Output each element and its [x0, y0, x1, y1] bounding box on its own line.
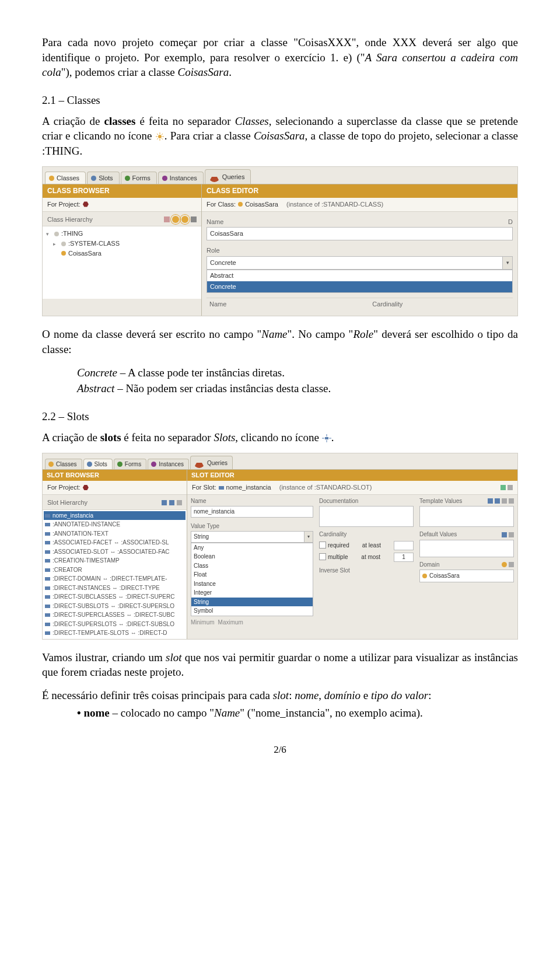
add-icon[interactable] [488, 498, 493, 504]
tab-slots[interactable]: Slots [83, 459, 113, 470]
slot-hierarchy-header: Slot Hierarchy [43, 495, 187, 510]
paragraph-slot-define: É necessário definir três coisas princip… [42, 688, 518, 703]
remove-icon[interactable] [509, 562, 514, 567]
svg-rect-9 [325, 437, 328, 439]
create-slot-icon[interactable] [169, 500, 174, 505]
vt-option[interactable]: Integer [191, 588, 313, 598]
for-class-row: For Class: CoisasSara (instance of :STAN… [202, 198, 517, 212]
tree-item[interactable]: :DIRECT-SUPERCLASSES ↔ :DIRECT-SUBC [44, 610, 186, 620]
tree-item[interactable]: :DIRECT-SUBSLOTS ↔ :DIRECT-SUPERSLO [44, 602, 186, 611]
at-most-input[interactable]: 1 [394, 553, 414, 562]
view-icon[interactable] [162, 500, 167, 505]
minus-icon[interactable] [509, 498, 514, 504]
role-options-list[interactable]: Abstract Concrete [206, 270, 513, 293]
template-values-box[interactable] [419, 506, 514, 527]
default-values-box[interactable] [419, 540, 514, 557]
tree-item-nome-instancia[interactable]: nome_instancia [44, 511, 186, 521]
vt-option[interactable]: Float [191, 570, 313, 579]
forms-icon [125, 176, 130, 181]
tree-item[interactable]: :ASSOCIATED-SLOT ↔ :ASSOCIATED-FAC [44, 547, 186, 557]
tree-item-system-class[interactable]: ▸:SYSTEM-CLASS [45, 239, 199, 249]
tree-item[interactable]: :DIRECT-DOMAIN ↔ :DIRECT-TEMPLATE- [44, 574, 186, 584]
role-dropdown[interactable]: Concrete ▾ [206, 256, 513, 270]
tree-item-coisassara[interactable]: CoisasSara [45, 249, 199, 259]
class-tree[interactable]: ▾:THING ▸:SYSTEM-CLASS CoisasSara [43, 226, 201, 299]
at-least-input[interactable] [394, 541, 414, 550]
forms-icon [117, 462, 123, 467]
create-class-icon [155, 132, 164, 141]
vt-option[interactable]: Boolean [191, 552, 313, 561]
slot-tree[interactable]: nome_instancia :ANNOTATED-INSTANCE :ANNO… [43, 510, 187, 639]
hierarchy-tool-icon[interactable] [164, 216, 170, 222]
value-type-options[interactable]: Any Boolean Class Float Instance Integer… [191, 543, 313, 616]
vt-option[interactable]: Symbol [191, 606, 313, 616]
role-option-concrete[interactable]: Concrete [207, 281, 512, 292]
multiple-checkbox[interactable] [319, 553, 326, 560]
remove-icon[interactable] [502, 498, 507, 504]
svg-line-5 [157, 134, 158, 135]
classes-icon [49, 176, 54, 181]
tab-instances[interactable]: Instances [148, 459, 189, 470]
tree-item[interactable]: :ANNOTATION-TEXT [44, 529, 186, 539]
tree-item[interactable]: :CREATOR [44, 565, 186, 575]
paragraph-slots: A criação de slots é feita no separador … [42, 430, 518, 445]
tree-item-thing[interactable]: ▾:THING [45, 229, 199, 239]
queries-icon [209, 172, 220, 182]
chevron-down-icon[interactable]: ▾ [304, 531, 313, 543]
tab-slots[interactable]: Slots [87, 172, 119, 184]
tab-classes[interactable]: Classes [45, 459, 82, 470]
name-label: Name [191, 497, 206, 505]
tab-forms[interactable]: Forms [121, 172, 157, 184]
for-project-row: For Project: [43, 198, 201, 212]
required-row: required at least [319, 540, 414, 551]
create-subclass-icon[interactable] [181, 216, 188, 223]
documentation-label: Documentation [319, 497, 358, 505]
name-input[interactable]: nome_instancia [191, 506, 313, 518]
name-input[interactable]: CoisasSara [206, 227, 513, 240]
domain-box[interactable]: CoisasSara [419, 570, 514, 582]
delete-class-icon[interactable] [191, 216, 197, 222]
documentation-input[interactable] [319, 506, 414, 527]
chevron-down-icon[interactable]: ▾ [503, 256, 513, 270]
paragraph-classes: A criação de classes é feita no separado… [42, 114, 518, 159]
close-icon[interactable] [508, 485, 513, 490]
svg-line-7 [157, 138, 158, 139]
required-checkbox[interactable] [319, 542, 326, 549]
add-icon[interactable] [502, 532, 507, 537]
add-class-icon[interactable] [502, 562, 507, 567]
value-type-label: Value Type [191, 522, 219, 530]
project-icon [83, 201, 89, 207]
tab-instances[interactable]: Instances [158, 172, 204, 184]
edit-icon[interactable] [495, 498, 500, 504]
queries-icon [194, 457, 205, 468]
remove-icon[interactable] [509, 532, 514, 537]
tab-classes[interactable]: Classes [45, 172, 86, 184]
tree-item[interactable]: :DIRECT-SUBCLASSES ↔ :DIRECT-SUPERC [44, 592, 186, 602]
vt-option-string[interactable]: String [191, 598, 313, 607]
paragraph-intro: Para cada novo projeto começar por criar… [42, 35, 518, 80]
tree-item[interactable]: :ANNOTATED-INSTANCE [44, 520, 186, 529]
role-option-abstract[interactable]: Abstract [207, 270, 512, 281]
tree-item[interactable]: :DIRECT-TEMPLATE-SLOTS ↔ :DIRECT-D [44, 628, 186, 638]
vt-option[interactable]: Class [191, 561, 313, 571]
tab-queries[interactable]: Queries [205, 169, 251, 184]
inverse-slot-label: Inverse Slot [319, 567, 350, 575]
tab-bar: Classes Slots Forms Instances Queries [43, 453, 517, 469]
tree-item[interactable]: :CREATION-TIMESTAMP [44, 556, 186, 565]
tree-item[interactable]: :DIRECT-SUPERSLOTS ↔ :DIRECT-SUBSLO [44, 620, 186, 629]
delete-slot-icon[interactable] [177, 500, 182, 505]
tab-forms[interactable]: Forms [114, 459, 146, 470]
note-icon[interactable] [501, 485, 506, 490]
name-label: Name [206, 218, 223, 226]
value-type-dropdown[interactable]: String ▾ [191, 531, 313, 543]
slot-icon [219, 486, 224, 490]
screenshot-class-editor: Classes Slots Forms Instances Queries CL… [42, 166, 518, 316]
tab-queries[interactable]: Queries [190, 456, 233, 469]
class-icon [422, 574, 427, 578]
paragraph-name-role: O nome da classe deverá ser escrito no c… [42, 327, 518, 357]
create-class-icon[interactable] [172, 216, 179, 223]
vt-option[interactable]: Instance [191, 579, 313, 589]
tree-item[interactable]: :DIRECT-INSTANCES ↔ :DIRECT-TYPE [44, 584, 186, 593]
vt-option[interactable]: Any [191, 543, 313, 553]
tree-item[interactable]: :ASSOCIATED-FACET ↔ :ASSOCIATED-SL [44, 538, 186, 547]
